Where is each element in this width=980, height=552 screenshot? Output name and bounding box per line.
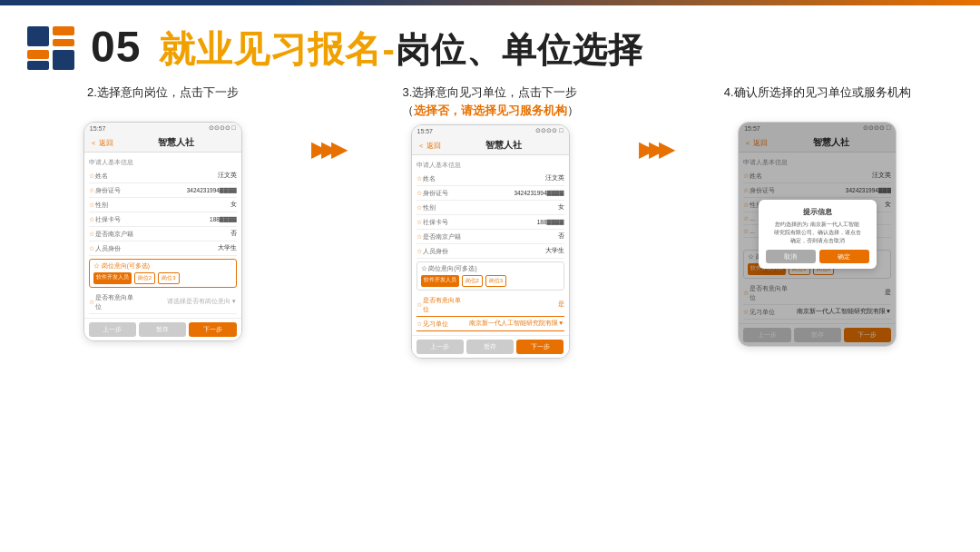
tag-pos2[interactable]: 岗位2: [134, 272, 155, 284]
phone-1: 15:57 ⊙⊙⊙⊙ □ ＜ 返回 智慧人社 申请人基本信息 ☆姓名 汪文英 ☆…: [83, 122, 242, 341]
field-social-1: ☆社保卡号 188▓▓▓▓: [89, 212, 237, 227]
phone-body-3: 申请人基本信息 ☆姓名 汪文英 ☆身份证号 3424231994▓▓▓ ☆性别 …: [739, 153, 896, 323]
svg-rect-5: [27, 61, 49, 70]
title-black: 岗位、单位选择: [396, 27, 643, 74]
field-id-1: ☆身份证号 3424231994▓▓▓▓: [89, 183, 237, 198]
page-title: 05 就业见习报名- 岗位、单位选择: [91, 22, 643, 74]
logo-icon: [27, 26, 74, 70]
dialog-cancel-btn[interactable]: 取消: [766, 250, 816, 263]
col1-label: 2.选择意向岗位，点击下一步: [87, 84, 239, 116]
back-btn-2[interactable]: ＜ 返回: [417, 141, 441, 151]
phone-3: 15:57 ⊙⊙⊙⊙ □ ＜ 返回 智慧人社 申请人基本信息 ☆姓名 汪文英 ☆…: [738, 122, 897, 347]
dialog-box: 提示信息 您约选择的为: 南京新一代人工智能研究院有限公司。确认选择，请点击确定…: [759, 200, 877, 269]
field-unit-1[interactable]: ☆是否有意向单位 请选择是否有岗位意向▼: [89, 291, 237, 314]
field-internship-unit-2[interactable]: ☆见习单位 南京新一代人工智能研究院有限▼: [416, 317, 564, 331]
svg-rect-0: [27, 26, 49, 46]
section-title-2: 申请人基本信息: [416, 161, 564, 170]
status-time-2: 15:57: [417, 128, 434, 134]
field-gender-2: ☆性别 女: [416, 201, 564, 215]
dialog-title: 提示信息: [766, 207, 869, 217]
position-tags-1: 软件开发人员 岗位2 岗位3: [93, 272, 232, 284]
field-nanjing-2: ☆是否南京户籍 否: [416, 230, 564, 244]
field-name-1: ☆姓名 汪文英: [89, 169, 237, 183]
field-nanjing-1: ☆是否南京户籍 否: [89, 227, 237, 242]
position-box-2: ☆ 岗位意向(可多选) 软件开发人员 岗位2 岗位3: [416, 261, 564, 291]
status-bar-2: 15:57 ⊙⊙⊙⊙ □: [412, 125, 569, 136]
field-social-2: ☆社保卡号 188▓▓▓▓: [416, 215, 564, 230]
col2-label: 3.选择意向见习单位，点击下一步 （选择否，请选择见习服务机构）: [402, 84, 579, 119]
next-btn-1[interactable]: 下一步: [189, 322, 236, 337]
status-signal-2: ⊙⊙⊙⊙ □: [535, 127, 563, 134]
column-3: 4.确认所选择的见习单位或服务机构 15:57 ⊙⊙⊙⊙ □ ＜ 返回 智慧人社…: [671, 84, 964, 347]
column-1: 2.选择意向岗位，点击下一步 15:57 ⊙⊙⊙⊙ □ ＜ 返回 智慧人社 申请…: [16, 84, 309, 341]
footer-2: 上一步 暂存 下一步: [412, 335, 569, 358]
status-time-1: 15:57: [90, 125, 106, 132]
page: 05 就业见习报名- 岗位、单位选择 2.选择意向岗位，点击下一步 15:57 …: [0, 0, 980, 552]
field-name-2: ☆姓名 汪文英: [416, 172, 564, 186]
dialog-overlay: 提示信息 您约选择的为: 南京新一代人工智能研究院有限公司。确认选择，请点击确定…: [739, 123, 896, 346]
field-gender-1: ☆性别 女: [89, 198, 237, 212]
field-identity-1: ☆人员身份 大学生: [89, 242, 237, 256]
position-box-1[interactable]: ☆ 岗位意向(可多选) 软件开发人员 岗位2 岗位3: [89, 259, 237, 288]
tag2-pos2: 岗位2: [462, 275, 483, 287]
field-hasunit-2[interactable]: ☆是否有意向单位 是: [416, 293, 564, 317]
phone-2: 15:57 ⊙⊙⊙⊙ □ ＜ 返回 智慧人社 申请人基本信息 ☆姓名 汪文英 ☆…: [411, 124, 570, 359]
phone-body-1: 申请人基本信息 ☆姓名 汪文英 ☆身份证号 3424231994▓▓▓▓ ☆性别…: [84, 153, 241, 318]
footer-1: 上一步 暂存 下一步: [84, 318, 241, 340]
prev-btn-1[interactable]: 上一步: [89, 322, 136, 337]
dialog-buttons: 取消 确定: [766, 250, 869, 263]
svg-rect-3: [27, 50, 49, 59]
svg-rect-1: [53, 26, 74, 35]
field-identity-2: ☆人员身份 大学生: [416, 244, 564, 259]
svg-rect-2: [53, 39, 74, 46]
title-orange: 就业见习报名-: [159, 25, 395, 74]
arrow-1: ▶▶▶: [309, 84, 344, 162]
section-title-1: 申请人基本信息: [89, 158, 237, 167]
next-btn-2[interactable]: 下一步: [516, 340, 564, 354]
nav-bar-1: ＜ 返回 智慧人社: [84, 133, 241, 153]
tag2-pos1: 软件开发人员: [421, 275, 459, 287]
dialog-content: 您约选择的为: 南京新一代人工智能研究院有限公司。确认选择，请点击确定，否则请点…: [766, 221, 869, 245]
nav-title-1: 智慧人社: [117, 136, 236, 149]
status-signal-1: ⊙⊙⊙⊙ □: [209, 124, 236, 132]
field-id-2: ☆身份证号 3424231994▓▓▓▓: [416, 186, 564, 201]
header: 05 就业见习报名- 岗位、单位选择: [0, 5, 980, 84]
tag-pos1[interactable]: 软件开发人员: [93, 272, 132, 284]
back-btn-1[interactable]: ＜ 返回: [90, 138, 113, 148]
nav-title-2: 智慧人社: [445, 139, 564, 152]
prev-btn-2[interactable]: 上一步: [416, 340, 464, 354]
step-number: 05: [91, 22, 141, 72]
column-2: 3.选择意向见习单位，点击下一步 （选择否，请选择见习服务机构） 15:57 ⊙…: [344, 84, 637, 359]
tag2-pos3: 岗位3: [485, 275, 506, 287]
phone-body-2: 申请人基本信息 ☆姓名 汪文英 ☆身份证号 3424231994▓▓▓▓ ☆性别…: [412, 155, 569, 335]
arrow-2: ▶▶▶: [636, 84, 671, 162]
svg-rect-4: [53, 50, 74, 70]
save-btn-1[interactable]: 暂存: [139, 322, 186, 337]
tag-pos3[interactable]: 岗位3: [158, 272, 179, 284]
nav-bar-2: ＜ 返回 智慧人社: [412, 136, 569, 155]
col3-label: 4.确认所选择的见习单位或服务机构: [724, 84, 911, 116]
save-btn-2[interactable]: 暂存: [466, 340, 514, 354]
status-bar-1: 15:57 ⊙⊙⊙⊙ □: [84, 123, 241, 133]
content-area: 2.选择意向岗位，点击下一步 15:57 ⊙⊙⊙⊙ □ ＜ 返回 智慧人社 申请…: [0, 84, 980, 359]
dialog-confirm-btn[interactable]: 确定: [819, 250, 869, 263]
